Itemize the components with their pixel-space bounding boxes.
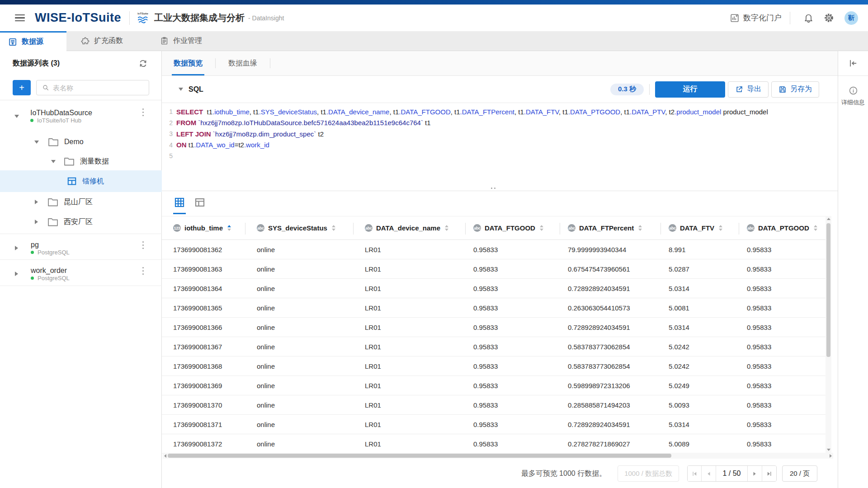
tree-node-label: work_order <box>31 267 70 275</box>
vertical-scrollbar[interactable] <box>826 216 831 453</box>
column-label: DATA_device_name <box>376 224 440 232</box>
node-menu-icon[interactable] <box>141 265 146 277</box>
sql-line[interactable]: 4 ON t1.DATA_wo_id=t2.work_id <box>162 140 838 151</box>
node-menu-icon[interactable] <box>141 107 146 118</box>
cell-iothub-time: 1736990081369 <box>162 382 245 389</box>
sql-line[interactable]: 3 LEFT JOIN `hxz6jj7mo8zp.dim_product_sp… <box>162 128 838 140</box>
tree-node-kunshan[interactable]: 昆山厂区 <box>0 193 162 211</box>
table-row[interactable]: 1736990081370 online LR01 0.95833 0.2858… <box>162 395 827 415</box>
first-page-button[interactable] <box>688 465 702 482</box>
vertical-scrollbar-thumb[interactable] <box>826 223 830 357</box>
save-as-button[interactable]: 另存为 <box>771 81 819 98</box>
sort-arrows-icon[interactable] <box>638 225 642 231</box>
panel-view-toggle[interactable] <box>194 197 205 208</box>
tab-data-sources[interactable]: 数据源 <box>0 31 66 51</box>
table-row[interactable]: 1736990081368 online LR01 0.95833 0.5837… <box>162 357 827 376</box>
grid-view-toggle[interactable] <box>174 197 185 208</box>
column-header[interactable]: abc DATA_device_name <box>354 216 466 239</box>
tree-node-subtitle: IoTSuite/IoT Hub <box>30 117 92 124</box>
table-row[interactable]: 1736990081365 online LR01 0.95833 0.2630… <box>162 298 827 318</box>
scroll-down-arrow[interactable] <box>827 449 830 451</box>
detail-info-button[interactable]: 详细信息 <box>838 86 868 107</box>
previous-page-button[interactable] <box>702 465 716 482</box>
tree-node-pg[interactable]: pg PostgreSQL <box>0 237 162 259</box>
tree-node-demo[interactable]: Demo <box>0 133 162 150</box>
tree-node-measure-data[interactable]: 测量数据 <box>0 153 162 170</box>
sql-line[interactable]: 2 FROM `hxz6jj7mo8zp.IoTHubDataSource.be… <box>162 117 838 129</box>
caret-right-icon[interactable] <box>35 220 38 224</box>
search-input[interactable] <box>53 84 149 92</box>
horizontal-scrollbar[interactable] <box>163 453 833 459</box>
sql-line[interactable]: 1 SELECT t1.iothub_time, t1.SYS_deviceSt… <box>162 106 838 117</box>
sql-line[interactable]: 5 <box>162 150 838 162</box>
scroll-left-arrow[interactable] <box>164 454 166 458</box>
add-datasource-button[interactable]: + <box>13 80 31 95</box>
caret-right-icon[interactable] <box>15 272 18 276</box>
column-label: DATA_FTV <box>680 224 714 232</box>
column-header[interactable]: abc SYS_deviceStatus <box>245 216 354 239</box>
cell-data-ptgood: 0.95833 <box>739 246 827 253</box>
caret-down-icon[interactable] <box>34 141 39 144</box>
tree-node-xian[interactable]: 西安厂区 <box>0 213 162 230</box>
cell-sys-devicestatus: online <box>245 304 354 312</box>
refresh-icon[interactable] <box>138 59 148 68</box>
tab-data-lineage[interactable]: 数据血缘 <box>227 51 258 75</box>
caret-right-icon[interactable] <box>35 200 38 204</box>
notifications-bell-icon[interactable] <box>803 13 814 23</box>
hamburger-menu-icon[interactable] <box>15 14 25 22</box>
sort-arrows-icon[interactable] <box>719 225 722 231</box>
run-button[interactable]: 运行 <box>655 81 725 98</box>
panel-resize-splitter[interactable] <box>162 188 838 191</box>
sql-editor[interactable]: 1 SELECT t1.iothub_time, t1.SYS_deviceSt… <box>162 103 838 191</box>
column-header[interactable]: abc DATA_FTV <box>661 216 739 239</box>
sort-arrows-icon[interactable] <box>445 225 448 231</box>
table-row[interactable]: 1736990081362 online LR01 0.95833 79.999… <box>162 240 827 259</box>
tree-node-work-order[interactable]: work_order PostgreSQL <box>0 263 162 285</box>
divider <box>0 259 162 260</box>
column-header[interactable]: abc DATA_PTGOOD <box>739 216 827 239</box>
cell-data-ftpercent: 79.9999993940344 <box>560 246 661 253</box>
tab-label: 作业管理 <box>173 36 202 46</box>
export-button[interactable]: 导出 <box>728 81 769 98</box>
scroll-right-arrow[interactable] <box>830 454 832 458</box>
table-row[interactable]: 1736990081364 online LR01 0.95833 0.7289… <box>162 279 827 298</box>
scroll-up-arrow[interactable] <box>827 218 830 220</box>
divider <box>0 286 162 286</box>
expand-panel-icon[interactable] <box>848 58 858 68</box>
query-duration-badge: 0.3 秒 <box>610 84 644 95</box>
cell-data-ptgood: 0.95833 <box>739 421 827 428</box>
settings-gear-icon[interactable] <box>824 13 834 23</box>
sort-arrows-icon[interactable] <box>540 225 543 231</box>
table-row[interactable]: 1736990081372 online LR01 0.95833 0.2782… <box>162 434 827 454</box>
portal-label: 数字化门户 <box>743 13 782 23</box>
tab-job-management[interactable]: 作业管理 <box>151 31 211 51</box>
caret-down-icon[interactable] <box>14 115 19 118</box>
collapse-sql-caret-icon[interactable] <box>179 88 183 91</box>
last-page-button[interactable] <box>762 465 776 482</box>
user-avatar[interactable]: 靳 <box>844 11 858 25</box>
column-header[interactable]: abc DATA_FTPercent <box>560 216 661 239</box>
tree-node-iothubdatasource[interactable]: IoTHubDataSource IoTSuite/IoT Hub <box>0 105 162 127</box>
column-header[interactable]: 123 iothub_time <box>162 216 245 239</box>
digital-portal-link[interactable]: 数字化门户 <box>730 13 782 23</box>
table-row[interactable]: 1736990081369 online LR01 0.95833 0.5989… <box>162 376 827 395</box>
tab-data-preview[interactable]: 数据预览 <box>173 51 203 75</box>
page-size-select[interactable]: 20 / 页 <box>782 465 817 482</box>
node-menu-icon[interactable] <box>141 239 146 251</box>
cell-data-ftpercent: 0.583783773062854 <box>560 343 661 351</box>
table-row[interactable]: 1736990081367 online LR01 0.95833 0.5837… <box>162 337 827 357</box>
column-header[interactable]: abc DATA_FTGOOD <box>466 216 560 239</box>
tab-extension-functions[interactable]: 扩充函数 <box>72 31 132 51</box>
caret-down-icon[interactable] <box>51 160 56 163</box>
table-row[interactable]: 1736990081366 online LR01 0.95833 0.7289… <box>162 318 827 337</box>
table-row[interactable]: 1736990081363 online LR01 0.95833 0.6754… <box>162 259 827 279</box>
sort-arrows-icon[interactable] <box>814 225 817 231</box>
sort-arrows-icon[interactable] <box>227 225 231 231</box>
next-page-button[interactable] <box>748 465 762 482</box>
sort-arrows-icon[interactable] <box>332 225 335 231</box>
horizontal-scrollbar-thumb[interactable] <box>168 454 671 458</box>
caret-right-icon[interactable] <box>15 246 18 250</box>
tree-node-laser-machine-selected[interactable]: 镭修机 <box>0 170 162 192</box>
tree-node-label: 昆山厂区 <box>64 197 93 207</box>
table-row[interactable]: 1736990081371 online LR01 0.95833 0.7289… <box>162 415 827 434</box>
